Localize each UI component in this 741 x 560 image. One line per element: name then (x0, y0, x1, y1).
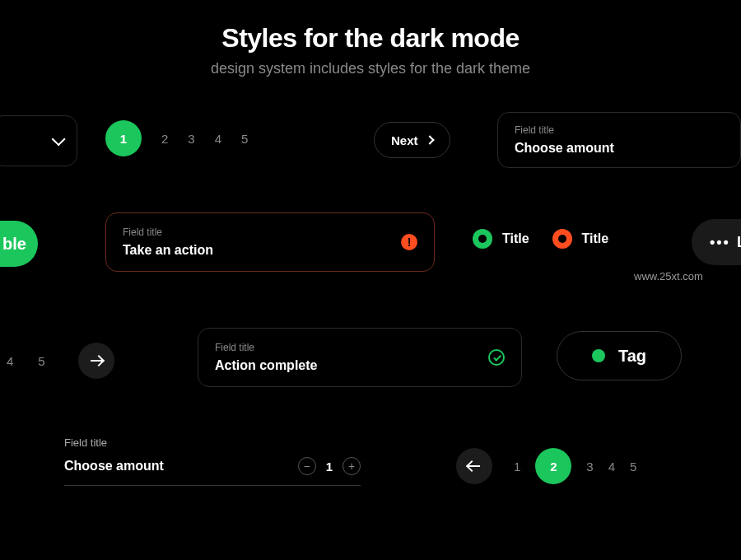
more-dots-icon: ••• (710, 234, 730, 251)
overflow-button-letter: L (737, 234, 741, 251)
take-action-text: Field title Take an action (123, 226, 213, 258)
radio-label: Title (582, 231, 609, 246)
stepper-decrement-button[interactable]: − (298, 457, 316, 475)
pagination-1: 1 2 3 4 5 (105, 120, 248, 156)
header: Styles for the dark mode design system i… (0, 0, 741, 77)
radio-indicator-green-icon (473, 229, 492, 249)
chevron-right-icon (425, 135, 434, 144)
next-arrow-button[interactable] (78, 343, 114, 379)
quantity-stepper: − 1 + (298, 457, 361, 475)
dropdown-collapsed[interactable] (0, 115, 77, 166)
radio-option-1[interactable]: Title (473, 229, 529, 249)
page-4-button[interactable]: 4 (608, 460, 615, 474)
page-3-button[interactable]: 3 (586, 460, 593, 474)
status-dot-icon (592, 349, 605, 362)
radio-label: Title (502, 231, 529, 246)
radio-group: Title Title (473, 229, 608, 249)
page-2-button[interactable]: 2 (161, 132, 168, 146)
field-title-label: Field title (515, 124, 724, 136)
tag-pill[interactable]: Tag (557, 331, 682, 380)
field-value: Choose amount (515, 141, 724, 156)
check-circle-icon (488, 349, 505, 366)
page-4-button[interactable]: 4 (215, 132, 221, 146)
arrow-right-icon (91, 360, 102, 362)
next-button-label: Next (391, 133, 418, 147)
radio-option-2[interactable]: Title (552, 229, 609, 249)
choose-amount-card[interactable]: Field title Choose amount (497, 112, 741, 168)
choose-amount-field[interactable]: Field title Choose amount − 1 + (64, 436, 361, 486)
back-arrow-button[interactable] (456, 448, 492, 484)
take-action-card[interactable]: Field title Take an action ! (105, 212, 435, 272)
action-complete-card[interactable]: Field title Action complete (198, 328, 522, 387)
field-title-label: Field title (64, 436, 361, 449)
pagination-2: 1 2 3 4 5 (514, 448, 636, 484)
page-1-button[interactable]: 1 (514, 460, 520, 474)
page-title: Styles for the dark mode (0, 23, 741, 54)
tag-label: Tag (618, 347, 646, 366)
primary-button-partial[interactable]: ble (0, 221, 38, 267)
overflow-button-partial[interactable]: ••• L (692, 219, 741, 265)
next-button[interactable]: Next (374, 122, 450, 158)
page-subtitle: design system includes styles for the da… (0, 60, 741, 77)
page-4-button[interactable]: 4 (7, 354, 13, 368)
page-3-button[interactable]: 3 (188, 132, 194, 146)
page-2-button[interactable]: 2 (535, 448, 571, 484)
arrow-left-icon (468, 465, 480, 467)
primary-button-label-fragment: ble (2, 235, 26, 254)
field-title-label: Field title (123, 226, 213, 238)
chevron-down-icon (52, 132, 66, 146)
warning-icon: ! (401, 234, 417, 250)
field-value: Take an action (123, 243, 213, 258)
stepper-increment-button[interactable]: + (343, 457, 361, 475)
page-5-button[interactable]: 5 (630, 460, 636, 474)
field-value: Action complete (215, 358, 317, 373)
action-complete-text: Field title Action complete (215, 342, 317, 373)
page-1-button[interactable]: 1 (105, 120, 142, 156)
field-value: Choose amount (64, 459, 164, 474)
page-5-button[interactable]: 5 (241, 132, 248, 146)
mini-pagination: 4 5 (7, 343, 114, 379)
radio-indicator-orange-icon (552, 229, 572, 249)
watermark-text: www.25xt.com (634, 270, 703, 282)
page-5-button[interactable]: 5 (38, 354, 44, 368)
stepper-value: 1 (326, 460, 333, 474)
field-title-label: Field title (215, 342, 317, 353)
